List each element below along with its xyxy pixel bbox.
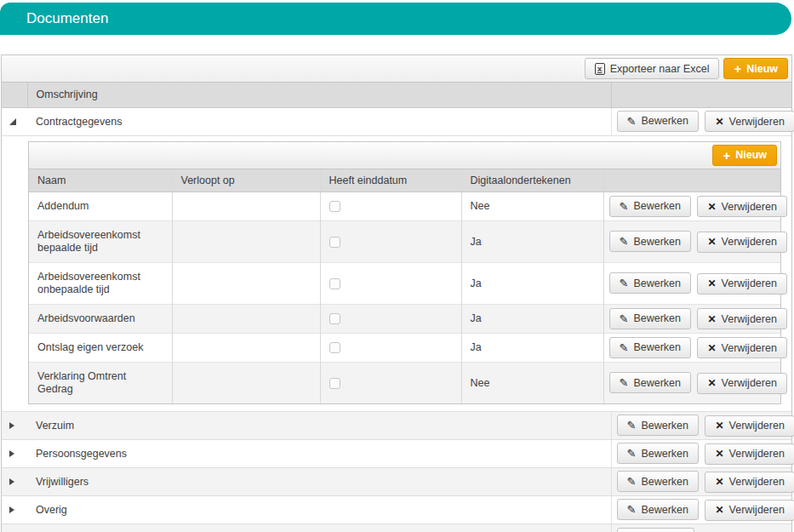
- documents-header-row: Naam Verloopt op Heeft einddatum Digitaa…: [29, 169, 780, 192]
- expand-arrow-icon[interactable]: [9, 450, 14, 457]
- edit-document-button[interactable]: ✎Bewerken: [609, 272, 692, 294]
- document-row: Verklaring Omtrent Gedrag Nee ✎Bewerken …: [29, 363, 780, 404]
- delete-document-button[interactable]: ✕Verwijderen: [697, 232, 786, 253]
- plus-icon: +: [723, 149, 730, 162]
- document-row: Ontslag eigen verzoek Ja ✎Bewerken ✕Verw…: [29, 334, 780, 363]
- delete-category-button[interactable]: ✕Verwijderen: [705, 415, 794, 437]
- plus-icon: +: [734, 62, 741, 75]
- expand-arrow-icon[interactable]: [9, 478, 14, 485]
- category-row-persoonsgegevens: Persoonsgegevens ✎Bewerken ✕Verwijderen: [2, 440, 791, 468]
- new-document-label: Nieuw: [735, 149, 767, 161]
- close-icon: ✕: [707, 378, 716, 388]
- category-label: Vrijwilligers: [27, 468, 611, 496]
- edit-document-button[interactable]: ✎Bewerken: [609, 231, 692, 252]
- heeft-einddatum-column-header: Heeft einddatum: [320, 169, 461, 192]
- document-row: Addendum Nee ✎Bewerken ✕Verwijderen: [29, 192, 780, 221]
- collapse-arrow-icon[interactable]: [9, 118, 16, 125]
- heeft-einddatum-checkbox[interactable]: [329, 342, 340, 353]
- edit-document-button[interactable]: ✎Bewerken: [609, 308, 692, 329]
- digitaalondertekenen-value: Ja: [461, 305, 603, 334]
- category-row-verzuim: Verzuim ✎Bewerken ✕Verwijderen: [2, 412, 791, 440]
- page-title: Documenten: [26, 10, 108, 27]
- document-name: Ontslag eigen verzoek: [29, 334, 172, 363]
- delete-category-button[interactable]: ✕Verwijderen: [705, 500, 794, 521]
- edit-category-button[interactable]: ✎Bewerken: [617, 499, 700, 520]
- verloopt-op-value: [172, 334, 320, 363]
- export-excel-button[interactable]: x Exporteer naar Excel: [585, 58, 720, 79]
- category-label: Persoonsgegevens: [27, 440, 611, 468]
- delete-document-button[interactable]: ✕Verwijderen: [697, 308, 786, 329]
- expander-column-header: [2, 83, 27, 107]
- expand-arrow-icon[interactable]: [9, 422, 14, 429]
- new-category-label: Nieuw: [746, 63, 778, 75]
- pencil-icon: ✎: [627, 504, 637, 515]
- digitaalondertekenen-value: Ja: [461, 221, 603, 263]
- delete-category-button[interactable]: ✕Verwijderen: [705, 443, 794, 465]
- digitaalondertekenen-value: Ja: [461, 334, 603, 363]
- delete-document-button[interactable]: ✕Verwijderen: [697, 196, 786, 217]
- delete-document-button[interactable]: ✕Verwijderen: [697, 337, 786, 358]
- omschrijving-column-header: Omschrijving: [27, 83, 611, 107]
- view-category-button[interactable]: Bekijken: [617, 528, 694, 532]
- delete-label: Verwijderen: [729, 116, 785, 128]
- edit-document-button[interactable]: ✎Bewerken: [609, 337, 692, 358]
- delete-document-button[interactable]: ✕Verwijderen: [697, 273, 786, 295]
- edit-document-button[interactable]: ✎Bewerken: [609, 196, 692, 217]
- digitaalondertekenen-column-header: Digitaalondertekenen: [461, 169, 603, 192]
- pencil-icon: ✎: [627, 448, 637, 459]
- digitaalondertekenen-value: Nee: [461, 192, 603, 221]
- naam-column-header: Naam: [29, 169, 172, 192]
- document-name: Addendum: [29, 192, 172, 221]
- pencil-icon: ✎: [627, 420, 637, 431]
- documents-grid: x Exporteer naar Excel + Nieuw Omschrijv…: [1, 54, 792, 532]
- edit-label: Bewerken: [641, 115, 688, 127]
- delete-category-button[interactable]: ✕Verwijderen: [705, 472, 794, 493]
- pencil-icon: ✎: [620, 236, 629, 247]
- edit-category-button[interactable]: ✎Bewerken: [617, 443, 700, 464]
- document-row: Arbeidsovereenkomst bepaalde tijd Ja ✎Be…: [29, 221, 780, 263]
- close-icon: ✕: [707, 237, 716, 247]
- edit-category-button[interactable]: ✎Bewerken: [617, 415, 700, 436]
- category-row-contractgegevens: Contractgegevens ✎ Bewerken ✕ Verwijdere…: [2, 107, 791, 135]
- heeft-einddatum-checkbox[interactable]: [329, 237, 340, 248]
- category-label: Verzuim (UWV): [27, 524, 611, 532]
- close-icon: ✕: [715, 477, 723, 487]
- delete-category-button[interactable]: ✕ Verwijderen: [705, 111, 794, 132]
- close-icon: ✕: [715, 449, 723, 459]
- document-name: Arbeidsovereenkomst bepaalde tijd: [29, 221, 172, 263]
- close-icon: ✕: [707, 278, 716, 289]
- pencil-icon: ✎: [620, 201, 629, 212]
- verloopt-op-value: [172, 263, 320, 305]
- category-label: Overig: [27, 496, 611, 524]
- inner-grid-toolbar: + Nieuw: [29, 142, 780, 169]
- excel-icon: x: [595, 63, 605, 75]
- page-header: Documenten: [0, 3, 791, 35]
- heeft-einddatum-checkbox[interactable]: [329, 201, 340, 212]
- new-category-button[interactable]: + Nieuw: [723, 58, 788, 79]
- document-row: Arbeidsvoorwaarden Ja ✎Bewerken ✕Verwijd…: [29, 305, 780, 334]
- category-label: Verzuim: [27, 412, 611, 440]
- close-icon: ✕: [715, 420, 723, 431]
- edit-category-button[interactable]: ✎ Bewerken: [617, 111, 700, 132]
- verloopt-op-value: [172, 305, 320, 334]
- heeft-einddatum-checkbox[interactable]: [329, 278, 340, 289]
- edit-category-button[interactable]: ✎Bewerken: [617, 471, 700, 492]
- delete-document-button[interactable]: ✕Verwijderen: [697, 373, 786, 394]
- document-name: Verklaring Omtrent Gedrag: [29, 363, 172, 404]
- new-document-button[interactable]: + Nieuw: [712, 145, 777, 166]
- category-row-overig: Overig ✎Bewerken ✕Verwijderen: [2, 496, 791, 524]
- pencil-icon: ✎: [620, 313, 629, 324]
- edit-document-button[interactable]: ✎Bewerken: [609, 372, 692, 393]
- close-icon: ✕: [715, 505, 723, 515]
- category-label: Contractgegevens: [27, 107, 611, 135]
- heeft-einddatum-checkbox[interactable]: [329, 313, 340, 324]
- document-name: Arbeidsvoorwaarden: [29, 305, 172, 334]
- category-row-vrijwilligers: Vrijwilligers ✎Bewerken ✕Verwijderen: [2, 468, 791, 496]
- pencil-icon: ✎: [620, 277, 629, 289]
- heeft-einddatum-checkbox[interactable]: [329, 378, 340, 389]
- pencil-icon: ✎: [620, 377, 629, 388]
- close-icon: ✕: [707, 314, 716, 324]
- digitaalondertekenen-value: Nee: [461, 363, 603, 404]
- expand-arrow-icon[interactable]: [9, 506, 14, 513]
- documents-inner-grid: + Nieuw Naam Verloopt op Heeft einddatum…: [28, 141, 781, 405]
